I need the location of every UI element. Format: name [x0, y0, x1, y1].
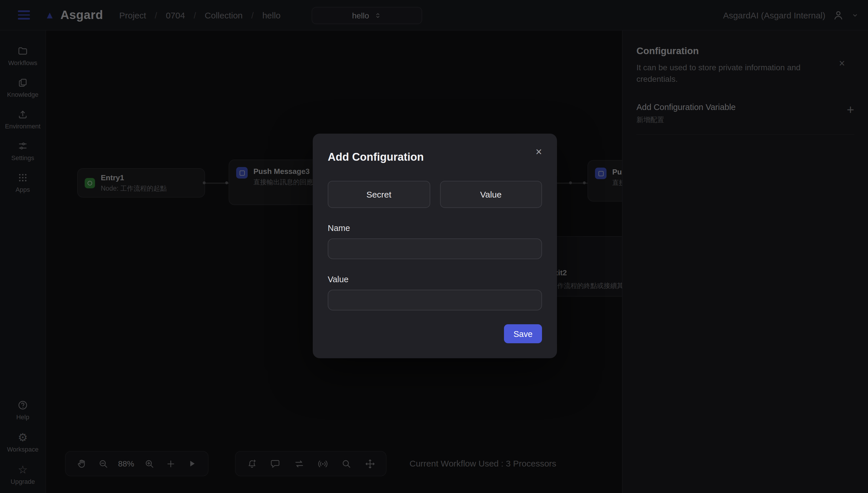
app-root: ▲ Asgard Project / 0704 / Collection / h…: [0, 0, 868, 493]
modal-title: Add Configuration: [328, 151, 542, 164]
modal-close-icon[interactable]: ×: [536, 146, 542, 157]
value-field-label: Value: [328, 275, 542, 284]
save-button[interactable]: Save: [504, 324, 542, 343]
name-input[interactable]: [328, 238, 542, 259]
add-configuration-modal: Add Configuration × Secret Value Name Va…: [313, 134, 557, 358]
value-input[interactable]: [328, 290, 542, 310]
value-type-button[interactable]: Value: [440, 181, 542, 208]
configuration-type-options: Secret Value: [328, 181, 542, 208]
name-field-label: Name: [328, 223, 542, 233]
secret-type-button[interactable]: Secret: [328, 181, 430, 208]
